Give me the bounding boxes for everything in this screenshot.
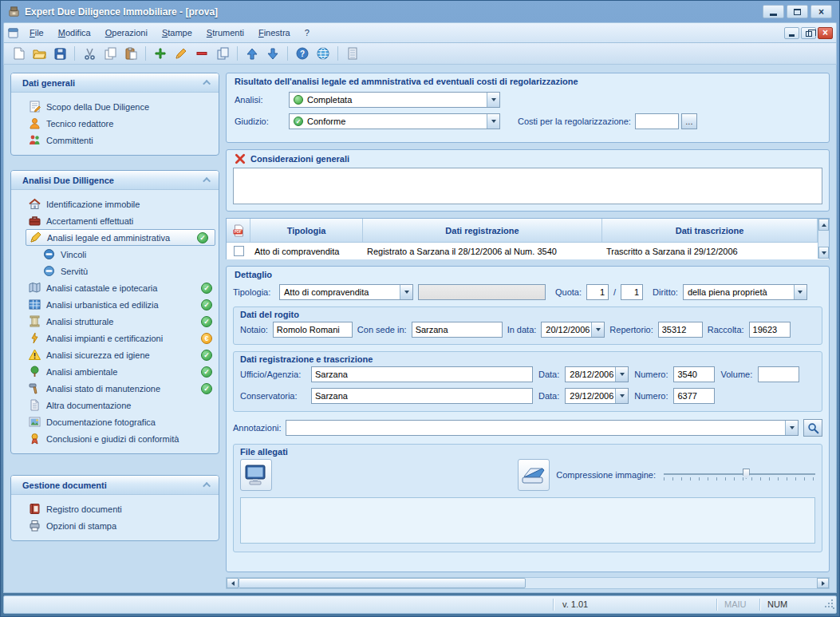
volume-input[interactable] — [758, 366, 799, 382]
data1-dropdown-button[interactable] — [615, 367, 628, 382]
annotazioni-combobox[interactable] — [286, 420, 799, 436]
costi-browse-button[interactable]: ... — [681, 113, 697, 129]
sidebar-item-accertamenti[interactable]: Accertamenti effettuati — [11, 212, 219, 229]
column-header-registrazione[interactable]: Dati registrazione — [363, 219, 602, 242]
collapse-chevron-icon[interactable] — [203, 482, 211, 490]
sidebar-item-fotografica[interactable]: Documentazione fotografica — [11, 413, 219, 430]
quota-num-input[interactable] — [586, 284, 609, 300]
annotazioni-dropdown-button[interactable] — [785, 421, 798, 435]
sidebar-item-legale[interactable]: Analisi legale ed amministrativa ✓ — [26, 229, 215, 246]
panel-dati-generali-header[interactable]: Dati generali — [11, 73, 219, 93]
table-row[interactable]: Atto di compravendita Registrato a Sarza… — [227, 243, 829, 259]
panel-gestione-header[interactable]: Gestione documenti — [11, 476, 219, 495]
costi-input[interactable] — [635, 113, 679, 129]
indata-dropdown-button[interactable] — [591, 322, 604, 337]
sidebar-item-registro[interactable]: Registro documenti — [11, 500, 219, 517]
sidebar-item-ambientale[interactable]: Analisi ambientale ✓ — [11, 363, 219, 380]
data2-dropdown-button[interactable] — [615, 389, 628, 403]
sidebar-item-scopo[interactable]: Scopo della Due Diligence — [11, 98, 219, 115]
attach-from-computer-button[interactable] — [240, 459, 272, 491]
sidebar-item-impianti[interactable]: Analisi impianti e certificazioni € — [11, 330, 219, 346]
edit-icon[interactable] — [172, 45, 191, 62]
mdi-minimize-button[interactable] — [784, 27, 799, 39]
raccolta-input[interactable] — [749, 322, 791, 338]
sidebar-item-manutenzione[interactable]: Analisi stato di manutenzione ✓ — [11, 380, 219, 397]
maximize-button[interactable] — [787, 5, 808, 18]
column-header-trascrizione[interactable]: Dati trascrizione — [602, 219, 818, 242]
close-button[interactable]: × — [810, 5, 832, 18]
attachments-list[interactable] — [240, 497, 815, 544]
scroll-down-button[interactable] — [818, 247, 829, 259]
move-up-icon[interactable] — [243, 45, 262, 62]
sidebar-item-tecnico[interactable]: Tecnico redattore — [11, 115, 219, 132]
menu-operazioni[interactable]: Operazioni — [98, 25, 155, 41]
ufficio-input[interactable] — [311, 366, 533, 382]
data1-datepicker[interactable]: 28/12/2006 — [565, 366, 629, 382]
collapse-chevron-icon[interactable] — [203, 177, 211, 185]
resize-grip[interactable] — [825, 599, 834, 609]
sidebar-item-committenti[interactable]: Committenti — [11, 132, 219, 148]
collapse-chevron-icon[interactable] — [203, 80, 211, 88]
scroll-up-button[interactable] — [818, 219, 829, 231]
tipologia-dropdown-button[interactable] — [400, 285, 412, 299]
add-icon[interactable] — [151, 45, 170, 62]
numero1-input[interactable] — [673, 366, 715, 382]
repertorio-input[interactable] — [658, 322, 703, 338]
new-icon[interactable] — [9, 45, 28, 62]
help-icon[interactable]: ? — [293, 45, 312, 62]
columns-icon[interactable] — [343, 45, 362, 62]
save-icon[interactable] — [50, 45, 69, 62]
delete-icon[interactable] — [192, 45, 211, 62]
open-icon[interactable] — [30, 45, 49, 62]
giudizio-dropdown-button[interactable] — [487, 114, 499, 129]
sidebar-item-opzioni-stampa[interactable]: Opzioni di stampa — [11, 517, 219, 534]
considerazioni-textarea[interactable] — [233, 168, 822, 204]
row-checkbox[interactable] — [234, 246, 244, 256]
move-down-icon[interactable] — [263, 45, 282, 62]
analisi-combobox[interactable]: Completata — [289, 92, 500, 108]
compression-slider[interactable] — [664, 467, 815, 483]
slider-track[interactable] — [664, 473, 815, 475]
cut-icon[interactable] — [80, 45, 99, 62]
scroll-left-button[interactable] — [227, 578, 239, 588]
notaio-input[interactable] — [273, 322, 353, 338]
indata-datepicker[interactable]: 20/12/2006 — [541, 322, 605, 338]
column-header-tipologia[interactable]: Tipologia — [250, 219, 363, 242]
menu-stampe[interactable]: Stampe — [155, 25, 199, 41]
giudizio-combobox[interactable]: ✓ Conforme — [289, 113, 500, 129]
sede-input[interactable] — [412, 322, 503, 338]
paste-icon[interactable] — [121, 45, 140, 62]
table-vertical-scrollbar[interactable] — [818, 219, 829, 259]
data2-datepicker[interactable]: 29/12/2006 — [565, 388, 629, 404]
numero2-input[interactable] — [673, 388, 715, 404]
pdf-column-header[interactable]: PDF — [227, 219, 250, 242]
sidebar-item-catastale[interactable]: Analisi catastale e ipotecaria ✓ — [11, 279, 219, 296]
duplicate-icon[interactable] — [213, 45, 232, 62]
sidebar-item-conclusioni[interactable]: Conclusioni e giudizi di conformità — [11, 430, 219, 447]
sidebar-item-urbanistica[interactable]: Analisi urbanistica ed edilizia ✓ — [11, 296, 219, 313]
diritto-dropdown-button[interactable] — [794, 285, 806, 299]
sidebar-item-altra-doc[interactable]: Altra documentazione — [11, 397, 219, 413]
horizontal-scrollbar[interactable] — [226, 577, 830, 589]
menu-file[interactable]: File — [22, 25, 51, 41]
conservatoria-input[interactable] — [311, 388, 533, 404]
minimize-button[interactable] — [763, 5, 784, 18]
mdi-restore-button[interactable] — [801, 27, 816, 39]
sidebar-item-identificazione[interactable]: Identificazione immobile — [11, 196, 219, 212]
menu-help[interactable]: ? — [298, 25, 317, 41]
sidebar-item-servitu[interactable]: Servitù — [11, 263, 219, 279]
sidebar-item-sicurezza[interactable]: Analisi sicurezza ed igiene ✓ — [11, 346, 219, 363]
web-icon[interactable] — [314, 45, 333, 62]
annotazioni-search-button[interactable] — [803, 419, 822, 437]
menu-finestra[interactable]: Finestra — [251, 25, 298, 41]
menu-strumenti[interactable]: Strumenti — [199, 25, 251, 41]
sidebar-item-strutturale[interactable]: Analisi strutturale ✓ — [11, 313, 219, 330]
menu-modifica[interactable]: Modifica — [51, 25, 98, 41]
tipologia-combobox[interactable]: Atto di compravendita — [279, 284, 413, 300]
scan-button[interactable] — [518, 459, 550, 491]
panel-analisi-header[interactable]: Analisi Due Dilligence — [11, 171, 219, 190]
mdi-close-button[interactable]: × — [818, 27, 833, 39]
sidebar-item-vincoli[interactable]: Vincoli — [11, 246, 219, 263]
copy-icon[interactable] — [101, 45, 120, 62]
scrollbar-thumb[interactable] — [239, 578, 526, 588]
